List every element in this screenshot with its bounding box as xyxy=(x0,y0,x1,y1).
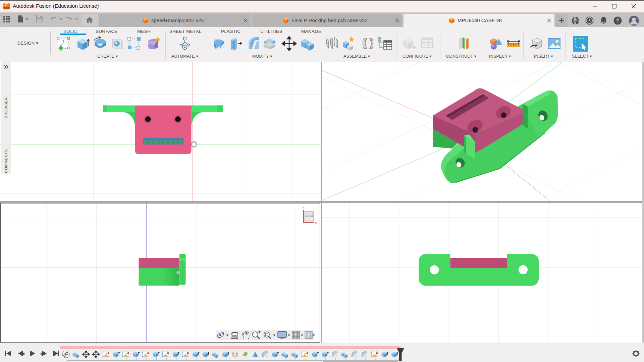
svg-text:?: ? xyxy=(616,18,620,23)
